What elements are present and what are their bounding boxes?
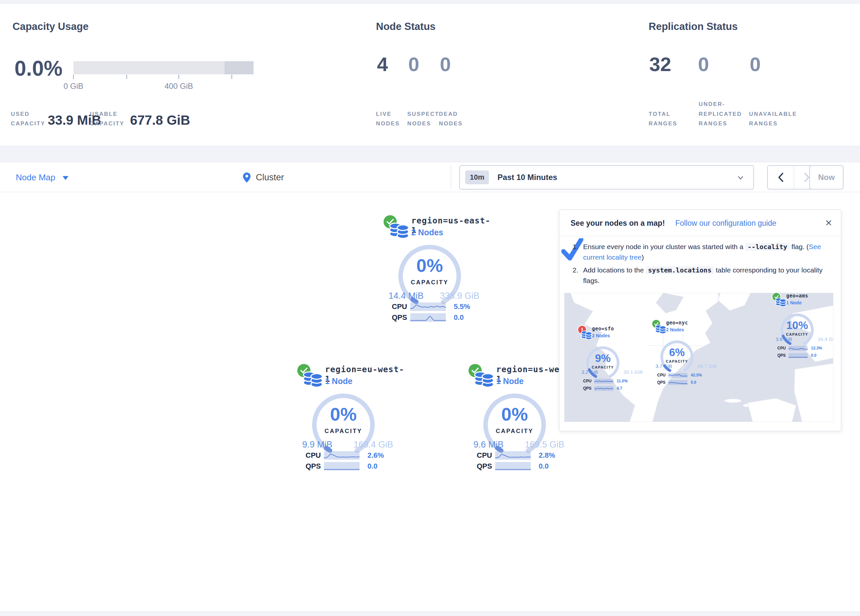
setup-step-2: 2.Add locations to the system.locations … — [573, 265, 829, 285]
total-ranges-label: TOTAL RANGES — [649, 109, 685, 129]
axis-tick — [126, 75, 127, 79]
database-icon — [775, 296, 787, 308]
capacity-percent: 6% — [659, 346, 695, 359]
used-value: 9.6 MiB — [474, 440, 504, 450]
qps-value: 4.7 — [617, 386, 622, 390]
usable-capacity-value: 677.8 GiB — [130, 113, 190, 128]
chevron-down-icon — [63, 176, 69, 180]
cpu-label: CPU — [477, 451, 495, 460]
replication-status-title: Replication Status — [649, 21, 738, 33]
capacity-gauge: 10% CAPACITY — [779, 312, 815, 348]
suspect-nodes-label: SUSPECT NODES — [407, 109, 440, 129]
step-number: 1. — [573, 241, 579, 252]
axis-tick — [179, 75, 179, 79]
step-number: 2. — [573, 265, 579, 276]
region-node-count-link[interactable]: 1 Node — [496, 376, 524, 386]
used-value: 3.2 GiB — [581, 369, 598, 375]
node-map-canvas: region=us-east-1 2 Nodes 0% CAPACITY 14.… — [0, 192, 860, 611]
map-configuration-popup: See your nodes on a map! Follow our conf… — [559, 210, 841, 431]
qps-sparkline — [324, 462, 359, 470]
capacity-usage-title: Capacity Usage — [13, 21, 89, 33]
database-icon — [303, 368, 324, 390]
total-capacity-value: 35.1 GiB — [624, 369, 643, 375]
qps-sparkline — [669, 380, 687, 385]
database-icon — [581, 329, 593, 341]
cpu-value: 5.5% — [454, 303, 470, 311]
database-icon — [474, 368, 495, 390]
capacity-gauge: 9% CAPACITY — [585, 345, 621, 381]
qps-sparkline — [495, 462, 531, 470]
used-value: 3.7 GiB — [656, 363, 672, 369]
breadcrumb[interactable]: Cluster — [243, 162, 284, 193]
now-button[interactable]: Now — [809, 165, 844, 190]
time-range-dropdown[interactable]: 10m Past 10 Minutes — [459, 165, 754, 190]
cpu-sparkline — [324, 451, 359, 460]
cpu-label: CPU — [392, 303, 410, 311]
capacity-caption: CAPACITY — [779, 332, 815, 336]
capacity-percent: 0% — [309, 403, 378, 425]
time-range-badge: 10m — [465, 171, 489, 184]
time-back-button[interactable] — [768, 166, 794, 189]
geo-node-count: 2 Nodes — [666, 327, 684, 332]
dead-nodes-count: 0 — [440, 53, 451, 76]
world-map-preview: geo=sfo 2 Nodes 9% CAPACITY 3.2 GiB 35.1… — [564, 293, 833, 422]
geo-node-count: 2 Nodes — [592, 333, 610, 338]
region-node-count-link[interactable]: 2 Nodes — [411, 228, 443, 237]
node-map-toolbar: Node Map Cluster 10m Past 10 Minutes Now — [0, 162, 860, 192]
step-text: Add locations to the — [583, 266, 646, 274]
under-replicated-ranges-label: UNDER- REPLICATED RANGES — [699, 99, 743, 129]
capacity-other-usage-segment — [224, 61, 254, 74]
qps-label: QPS — [583, 386, 594, 390]
cpu-label: CPU — [777, 346, 789, 350]
capacity-percent: 10% — [779, 319, 815, 332]
live-nodes-label: LIVE NODES — [376, 109, 408, 129]
cpu-value: 42.5% — [691, 373, 702, 378]
page-footer-strip — [0, 611, 860, 616]
capacity-percent: 9% — [585, 352, 621, 365]
cpu-sparkline — [410, 303, 446, 311]
qps-label: QPS — [777, 353, 789, 358]
used-value: 14.4 MiB — [389, 291, 424, 301]
qps-value: 0.0 — [367, 462, 378, 470]
cpu-sparkline — [594, 379, 614, 384]
capacity-caption: CAPACITY — [480, 428, 549, 435]
setup-steps: 1.Ensure every node in your cluster was … — [573, 241, 829, 288]
inline-code: --locality — [745, 243, 789, 251]
view-selector-label: Node Map — [16, 172, 55, 183]
configuration-guide-link[interactable]: Follow our configuration guide — [675, 219, 776, 228]
breadcrumb-label: Cluster — [256, 172, 284, 183]
qps-label: QPS — [392, 313, 410, 322]
total-capacity-value: 65.7 GiB — [698, 363, 717, 369]
cpu-value: 2.8% — [539, 451, 555, 460]
unavailable-ranges-label: UNAVAILABLE RANGES — [749, 109, 799, 129]
unavailable-ranges-count: 0 — [750, 53, 761, 76]
database-icon — [655, 323, 667, 335]
geo-label: geo=nyc — [666, 320, 688, 326]
qps-value: 0.0 — [539, 462, 549, 470]
step-text: Ensure every node in your cluster was st… — [583, 243, 745, 251]
region-node-count-link[interactable]: 1 Node — [325, 376, 352, 386]
database-icon — [389, 220, 410, 241]
total-capacity-value: 169.5 GiB — [525, 440, 564, 450]
capacity-caption: CAPACITY — [585, 365, 621, 369]
axis-tick-label: 0 GiB — [47, 82, 100, 91]
close-icon[interactable]: ✕ — [825, 218, 832, 228]
setup-step-1: 1.Ensure every node in your cluster was … — [573, 241, 829, 262]
qps-value: 0.0 — [454, 313, 464, 322]
location-pin-icon — [243, 172, 251, 183]
qps-sparkline — [410, 313, 446, 322]
qps-sparkline — [594, 386, 614, 391]
view-selector-dropdown[interactable]: Node Map — [16, 162, 69, 193]
capacity-percent: 0% — [480, 403, 549, 425]
cluster-summary-bar: Capacity Usage 0.0% 0 GiB 400 GiB USED C… — [0, 3, 860, 146]
qps-label: QPS — [306, 462, 324, 470]
cpu-value: 2.6% — [367, 451, 384, 460]
capacity-gauge: 6% CAPACITY — [659, 339, 695, 375]
chevron-left-icon — [778, 172, 784, 182]
geo-label: geo=sfo — [592, 326, 614, 332]
time-range-label: Past 10 Minutes — [497, 173, 557, 182]
total-capacity-value: 34.4 GiB — [818, 336, 833, 342]
geo-node-count: 1 Node — [786, 300, 802, 306]
suspect-nodes-count: 0 — [408, 53, 419, 76]
live-nodes-count: 4 — [377, 53, 388, 76]
